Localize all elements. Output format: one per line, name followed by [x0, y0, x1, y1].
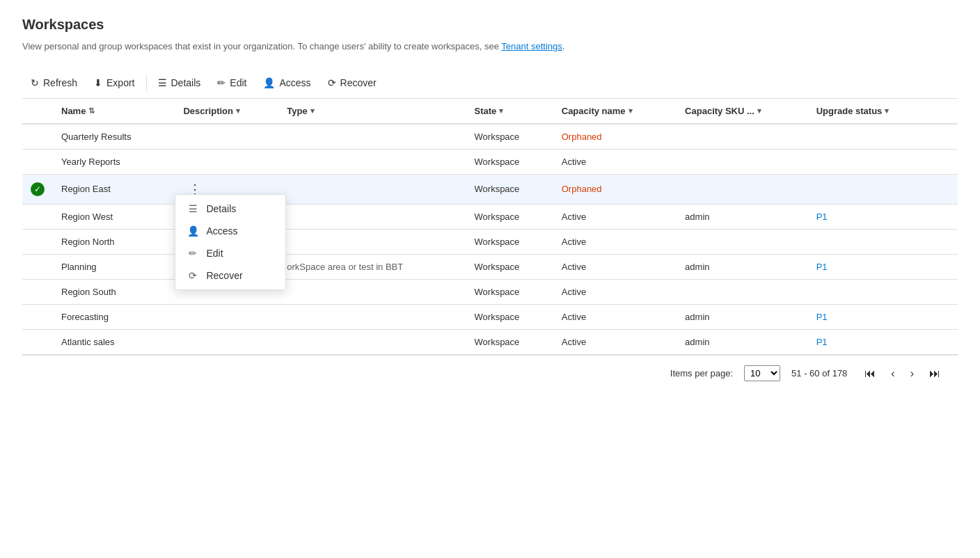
col-upgrade-status[interactable]: Upgrade status ▾: [808, 99, 934, 124]
row-name: Region East: [53, 174, 175, 204]
row-description: orkSpace area or test in BBT: [278, 254, 466, 279]
table-row[interactable]: Quarterly Results Workspace Orphaned: [22, 124, 958, 150]
row-select-cell[interactable]: ✓: [22, 174, 53, 204]
row-upgrade-status: [934, 304, 958, 329]
description-text: View personal and group workspaces that …: [22, 41, 499, 51]
row-description: [278, 149, 466, 174]
context-menu-edit[interactable]: ✏ Edit: [175, 242, 285, 264]
row-upgrade-status: [934, 204, 958, 229]
table-row[interactable]: Region West Workspace Active admin P1: [22, 204, 958, 229]
row-upgrade-status: [934, 329, 958, 354]
toolbar: ↻ Refresh ⬇ Export ☰ Details ✏ Edit 👤 Ac…: [22, 73, 958, 99]
row-upgrade-status: [934, 124, 958, 150]
row-description: [278, 304, 466, 329]
col-state[interactable]: State ▾: [466, 99, 553, 124]
row-capacity-name: [677, 229, 808, 254]
details-button[interactable]: ☰ Details: [150, 73, 210, 93]
tenant-settings-link[interactable]: Tenant settings: [501, 41, 562, 51]
row-upgrade-status: [934, 279, 958, 304]
row-capacity-sku: P1: [808, 329, 934, 354]
row-state: Active: [553, 149, 677, 174]
row-description: [278, 279, 466, 304]
table-row[interactable]: Atlantic sales Workspace Active admin P1: [22, 329, 958, 354]
recover-button[interactable]: ⟳ Recover: [319, 73, 385, 93]
upgrade-status-filter-icon: ▾: [885, 106, 889, 115]
row-name: Forecasting: [53, 304, 175, 329]
row-state: Active: [553, 229, 677, 254]
table-row[interactable]: Planning orkSpace area or test in BBT Wo…: [22, 254, 958, 279]
row-type: Workspace: [466, 329, 553, 354]
name-sort-icon: ⇅: [88, 106, 95, 115]
page-container: Workspaces View personal and group works…: [0, 0, 980, 408]
col-description[interactable]: Description ▾: [175, 99, 278, 124]
row-capacity-sku: P1: [808, 304, 934, 329]
export-button[interactable]: ⬇ Export: [86, 73, 143, 93]
row-description: [278, 329, 466, 354]
table-row[interactable]: Forecasting Workspace Active admin P1: [22, 304, 958, 329]
context-menu-details[interactable]: ☰ Details: [175, 198, 285, 220]
toolbar-separator: [146, 74, 147, 91]
row-capacity-sku: [808, 279, 934, 304]
last-page-button[interactable]: ⏭: [923, 364, 947, 383]
edit-button[interactable]: ✏ Edit: [209, 73, 255, 93]
row-type: Workspace: [466, 149, 553, 174]
details-icon: ☰: [158, 77, 167, 88]
items-per-page-select[interactable]: 102550100: [744, 365, 780, 381]
row-select-cell[interactable]: [22, 149, 53, 174]
row-capacity-sku: P1: [808, 204, 934, 229]
context-edit-icon: ✏: [187, 248, 199, 259]
row-capacity-name: admin: [677, 329, 808, 354]
col-name[interactable]: Name ⇅: [53, 99, 175, 124]
row-name: Yearly Reports: [53, 149, 175, 174]
access-button[interactable]: 👤 Access: [255, 73, 319, 93]
table-header-row: Name ⇅ Description ▾ Type ▾: [22, 99, 958, 124]
row-select-cell[interactable]: [22, 124, 53, 150]
row-capacity-sku: [808, 149, 934, 174]
next-page-button[interactable]: ›: [904, 364, 920, 383]
context-menu-access[interactable]: 👤 Access: [175, 220, 285, 242]
col-capacity-sku[interactable]: Capacity SKU ... ▾: [677, 99, 808, 124]
row-select-cell[interactable]: [22, 279, 53, 304]
row-select-cell[interactable]: [22, 254, 53, 279]
table-row[interactable]: Region North Workspace Active: [22, 229, 958, 254]
more-options-cell: [175, 329, 278, 354]
row-capacity-name: [677, 174, 808, 204]
capacity-sku-filter-icon: ▾: [757, 106, 761, 115]
row-capacity-name: admin: [677, 204, 808, 229]
table-row[interactable]: ✓ Region East ⋮ ☰ Details 👤 Access ✏: [22, 174, 958, 204]
state-filter-icon: ▾: [499, 106, 503, 115]
row-capacity-sku: P1: [808, 254, 934, 279]
context-menu-recover[interactable]: ⟳ Recover: [175, 264, 285, 287]
pagination-bar: Items per page: 102550100 51 - 60 of 178…: [22, 355, 958, 392]
row-capacity-sku: [808, 174, 934, 204]
export-icon: ⬇: [94, 77, 102, 88]
description-filter-icon: ▾: [236, 106, 240, 115]
row-select-cell[interactable]: [22, 204, 53, 229]
capacity-name-filter-icon: ▾: [629, 106, 633, 115]
row-type: Workspace: [466, 174, 553, 204]
row-description: [278, 124, 466, 150]
row-description: [278, 174, 466, 204]
row-type: Workspace: [466, 204, 553, 229]
row-select-cell[interactable]: [22, 229, 53, 254]
refresh-icon: ↻: [31, 77, 39, 88]
table-row[interactable]: Region South Workspace Active: [22, 279, 958, 304]
row-capacity-name: [677, 124, 808, 150]
pagination-range: 51 - 60 of 178: [791, 368, 847, 378]
prev-page-button[interactable]: ‹: [885, 364, 901, 383]
workspaces-table-wrapper: Name ⇅ Description ▾ Type ▾: [22, 99, 958, 355]
row-description: [278, 229, 466, 254]
context-access-icon: 👤: [187, 225, 199, 237]
col-type[interactable]: Type ▾: [278, 99, 466, 124]
refresh-button[interactable]: ↻ Refresh: [22, 73, 86, 93]
row-state: Active: [553, 329, 677, 354]
col-check: [22, 99, 53, 124]
table-row[interactable]: Yearly Reports Workspace Active: [22, 149, 958, 174]
row-select-cell[interactable]: [22, 329, 53, 354]
more-options-cell: ⋮ ☰ Details 👤 Access ✏ Edit: [175, 174, 278, 204]
first-page-button[interactable]: ⏮: [858, 364, 882, 383]
pagination-controls: ⏮ ‹ › ⏭: [858, 364, 947, 383]
col-capacity-name[interactable]: Capacity name ▾: [553, 99, 677, 124]
row-name: Region North: [53, 229, 175, 254]
row-select-cell[interactable]: [22, 304, 53, 329]
